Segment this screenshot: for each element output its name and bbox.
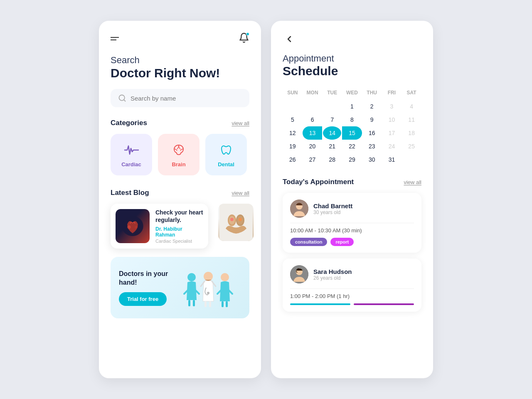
cal-day-1[interactable]: 1 [342, 100, 362, 113]
cal-day-17[interactable]: 17 [382, 126, 402, 140]
today-view-all[interactable]: view all [404, 179, 421, 185]
dental-label: Dental [218, 161, 234, 167]
menu-icon[interactable] [111, 37, 119, 40]
cal-day-3[interactable]: 3 [382, 100, 402, 113]
search-bar[interactable] [111, 89, 249, 107]
categories-view-all[interactable]: view all [232, 120, 249, 126]
svg-point-21 [207, 292, 209, 294]
sara-age: 26 years old [313, 275, 352, 281]
appt-divider-chad [290, 223, 414, 223]
avatar-sara [290, 265, 308, 283]
cal-day-20[interactable]: 20 [303, 140, 323, 153]
left-panel: Search Doctor Right Now! Categories view… [99, 21, 261, 378]
cal-day-26[interactable]: 26 [283, 153, 303, 166]
promo-illustration [175, 267, 241, 308]
blog-card-2[interactable] [218, 204, 254, 241]
cal-day-4[interactable]: 4 [401, 100, 421, 113]
svg-rect-17 [209, 301, 211, 307]
svg-point-18 [221, 273, 229, 281]
cal-day-18[interactable]: 18 [401, 126, 421, 140]
appt-person-chad: Chad Barnett 30 years old [290, 200, 414, 218]
blog-content-1: Check your heart regularly. Dr. Habibur … [155, 209, 203, 244]
cal-day-6[interactable]: 6 [303, 113, 323, 126]
promo-title: Doctors in your hand! [119, 270, 175, 287]
cal-day-15[interactable]: 15 [342, 126, 362, 140]
appointment-title: Appointment Schedule [283, 53, 421, 78]
appt-info-chad: Chad Barnett 30 years old [313, 202, 352, 215]
appointment-card-chad[interactable]: Chad Barnett 30 years old 10:00 AM - 10:… [283, 193, 421, 253]
svg-rect-20 [226, 301, 228, 307]
cal-day-7[interactable]: 7 [322, 113, 342, 126]
cal-day-25[interactable]: 25 [401, 140, 421, 153]
svg-point-3 [127, 225, 131, 229]
calendar-grid: SUN MON TUE WED THU FRI SAT 1 2 3 4 5 6 … [283, 87, 421, 166]
cal-day-16[interactable]: 16 [362, 126, 382, 140]
cal-day-11[interactable]: 11 [401, 113, 421, 126]
cal-day-19[interactable]: 19 [283, 140, 303, 153]
cal-day-22[interactable]: 22 [342, 140, 362, 153]
cal-day-29[interactable]: 29 [342, 153, 362, 166]
chad-time: 10:00 AM - 10:30 AM (30 min) [290, 227, 414, 234]
cal-day-21[interactable]: 21 [322, 140, 342, 153]
cal-day-31[interactable]: 31 [382, 153, 402, 166]
cal-day-2[interactable]: 2 [362, 100, 382, 113]
blog-view-all[interactable]: view all [232, 190, 249, 196]
cal-day-23[interactable]: 23 [362, 140, 382, 153]
cal-day-8[interactable]: 8 [342, 113, 362, 126]
cal-day-14[interactable]: 14 [323, 126, 341, 140]
search-icon [118, 94, 126, 102]
appointment-card-sara[interactable]: Sara Hudson 26 years old 1:00 PM - 2:00 … [283, 259, 421, 312]
cal-day-empty-2 [303, 100, 323, 113]
back-button[interactable] [283, 32, 296, 46]
cal-header-sun: SUN [283, 87, 303, 100]
tag-bar-purple [354, 303, 414, 305]
top-bar [111, 32, 249, 45]
right-panel: Appointment Schedule SUN MON TUE WED THU… [271, 21, 433, 378]
cal-header-tue: TUE [322, 87, 342, 100]
promo-text: Doctors in your hand! Trial for free [119, 270, 175, 306]
svg-line-1 [124, 100, 126, 101]
sara-time: 1:00 PM - 2:00 PM (1 hr) [290, 293, 414, 299]
trial-button[interactable]: Trial for free [119, 292, 167, 306]
category-dental[interactable]: Dental [205, 134, 247, 175]
appt-main: Schedule [283, 64, 421, 78]
cal-day-9[interactable]: 9 [362, 113, 382, 126]
cal-day-24[interactable]: 24 [382, 140, 402, 153]
cal-day-5[interactable]: 5 [283, 113, 303, 126]
promo-banner: Doctors in your hand! Trial for free [111, 257, 249, 318]
avatar-chad [290, 200, 308, 218]
blog-title: Latest Blog [111, 189, 149, 197]
category-cardiac[interactable]: Cardiac [111, 134, 152, 175]
categories-title: Categories [111, 119, 147, 127]
sara-tag-bar [290, 303, 414, 305]
tag-report: report [330, 238, 354, 246]
cal-day-13[interactable]: 13 [303, 126, 323, 140]
category-brain[interactable]: Brain [158, 134, 200, 175]
brain-label: Brain [172, 161, 185, 167]
cal-day-10[interactable]: 10 [382, 113, 402, 126]
cal-day-12[interactable]: 12 [283, 126, 303, 140]
svg-rect-19 [222, 301, 224, 307]
cal-day-28[interactable]: 28 [322, 153, 342, 166]
svg-rect-13 [188, 300, 190, 306]
blog-card-1[interactable]: Check your heart regularly. Dr. Habibur … [111, 204, 208, 249]
blog-image-1 [116, 209, 150, 243]
svg-rect-5 [219, 204, 253, 241]
cal-day-27[interactable]: 27 [303, 153, 323, 166]
chad-name: Chad Barnett [313, 202, 352, 209]
categories-grid: Cardiac Brain Dental [111, 134, 249, 175]
cal-day-30[interactable]: 30 [362, 153, 382, 166]
svg-rect-14 [193, 300, 195, 306]
search-input[interactable] [131, 95, 242, 102]
categories-header: Categories view all [111, 119, 249, 127]
svg-point-4 [135, 226, 138, 229]
chad-age: 30 years old [313, 209, 352, 215]
search-label: Search [111, 55, 249, 66]
cal-header-fri: FRI [382, 87, 402, 100]
notification-icon[interactable] [239, 32, 249, 45]
blog-image-2 [218, 204, 254, 241]
hero-title: Search Doctor Right Now! [111, 55, 249, 81]
cal-header-sat: SAT [401, 87, 421, 100]
notif-dot [246, 32, 249, 36]
blog-specialty: Cardiac Specialist [155, 239, 203, 244]
